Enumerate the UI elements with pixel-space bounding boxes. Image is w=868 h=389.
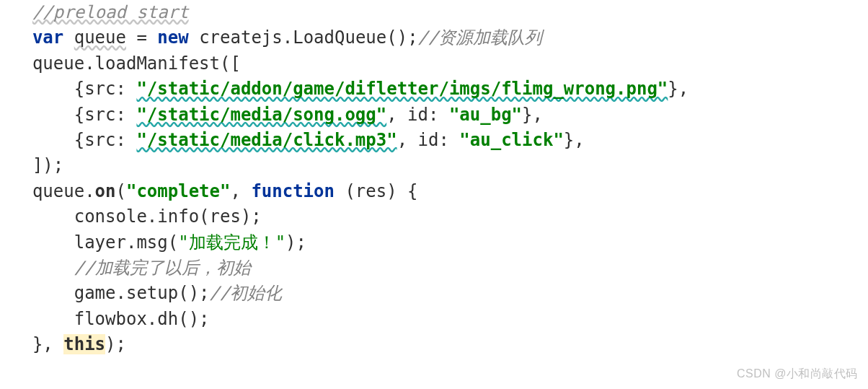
obj-close-2: }, (522, 105, 543, 125)
string-id-3: "au_click" (459, 130, 564, 150)
stmt-layer-a: layer.msg( (32, 232, 178, 253)
fn-close-b: ); (105, 334, 126, 354)
keyword-function: function (251, 181, 335, 201)
stmt-game-setup: game.setup(); (32, 283, 210, 303)
stmt-flowbox: flowbox.dh(); (32, 309, 210, 329)
comment-zh-queue: //资源加载队列 (418, 27, 543, 48)
obj-mid-3: , id: (397, 130, 460, 150)
call-on-c: , (230, 181, 251, 201)
keyword-new: new (157, 27, 188, 48)
comment-preload: //preload start (32, 2, 189, 22)
fn-close-a: }, (32, 334, 63, 354)
space (63, 27, 74, 48)
call-loadmanifest-close: ]); (32, 155, 63, 175)
comment-after-load: //加载完了以后，初始 (32, 258, 251, 278)
keyword-this: this (63, 334, 105, 354)
string-id-2: "au_bg" (449, 105, 522, 125)
string-path-1: "/static/addon/game/difletter/imgs/flimg… (136, 79, 668, 99)
obj-open-2: {src: (32, 105, 137, 125)
call-on-b: ( (116, 181, 126, 201)
space (189, 27, 199, 48)
call-loadmanifest-open: queue.loadManifest([ (32, 53, 241, 74)
stmt-layer-b: ); (285, 232, 306, 253)
string-loaded: "加载完成！" (178, 232, 285, 253)
method-on: on (95, 181, 116, 201)
obj-close-1: }, (668, 79, 688, 99)
code-block: //preload start var queue = new createjs… (0, 0, 868, 358)
string-complete: "complete" (126, 181, 231, 201)
obj-open-3: {src: (32, 130, 137, 150)
comment-init: //初始化 (210, 283, 283, 303)
call-on-d: (res) { (335, 181, 418, 201)
stmt-console: console.info(res); (32, 206, 262, 227)
obj-mid-2: , id: (386, 105, 449, 125)
call-on-a: queue. (32, 181, 95, 201)
op-eq: = (126, 27, 157, 48)
keyword-var: var (32, 27, 63, 48)
string-path-2: "/static/media/song.ogg" (136, 105, 386, 125)
watermark: CSDN @小和尚敲代码 (737, 367, 858, 382)
obj-open-1: {src: (32, 79, 137, 99)
ident-queue: queue (74, 27, 126, 48)
obj-close-3: }, (564, 130, 585, 150)
call-createjs: createjs.LoadQueue(); (199, 27, 417, 48)
string-path-3: "/static/media/click.mp3" (136, 130, 397, 150)
